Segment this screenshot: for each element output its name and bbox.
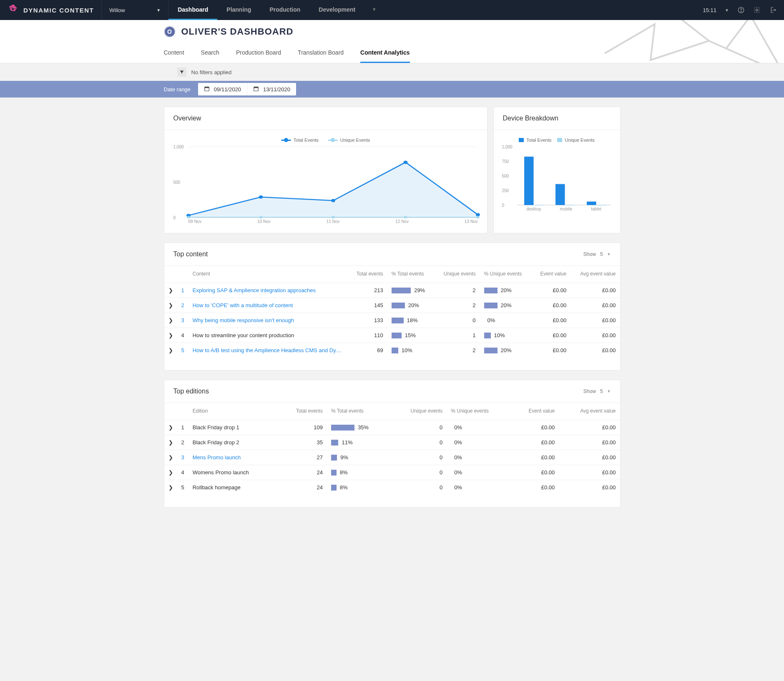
svg-point-19 [259,216,262,218]
column-header: Total events [278,403,327,420]
x-tick: 13 Nov [465,219,478,224]
logout-icon[interactable] [769,6,776,14]
avg-event-value: £0.00 [570,313,620,328]
date-to-input[interactable]: 13/11/2020 [247,83,296,95]
unique-events: 0 [435,313,480,328]
event-value: £0.00 [532,313,570,328]
top-editions-title: Top editions [173,388,209,395]
table-row: ❯3Why being mobile responsive isn't enou… [164,313,620,328]
row-name[interactable]: Exploring SAP & Amplience integration ap… [188,283,348,298]
event-value: £0.00 [511,480,559,495]
svg-rect-27 [565,205,575,205]
legend-label: Unique Events [565,138,595,143]
subtab-translation-board[interactable]: Translation Board [298,43,344,63]
table-row: ❯1Exploring SAP & Amplience integration … [164,283,620,298]
column-header: Content [188,266,348,283]
x-tick: 11 Nov [327,219,340,224]
device-breakdown-card: Device Breakdown Total Events Unique Eve… [493,107,621,233]
event-value: £0.00 [532,298,570,313]
row-index: 5 [177,343,188,358]
help-icon[interactable] [737,6,745,14]
top-content-table: ContentTotal events% Total eventsUnique … [164,266,620,358]
main-tab-development[interactable]: Development▼ [309,0,385,20]
legend-total-events[interactable]: Total Events [281,138,319,143]
legend-unique-events[interactable]: Unique Events [557,138,595,143]
pct-total: 15% [387,328,435,343]
unique-events: 2 [435,343,480,358]
row-expander[interactable]: ❯ [164,343,177,358]
svg-rect-26 [555,184,565,205]
row-expander[interactable]: ❯ [164,435,177,450]
column-header: % Unique events [447,403,511,420]
svg-point-20 [332,216,334,218]
unique-events: 0 [391,450,447,465]
subtabs: ContentSearchProduction BoardTranslation… [164,43,621,63]
device-chart: 1,000 750 500 250 0 [517,147,611,205]
event-value: £0.00 [511,450,559,465]
column-header: % Unique events [480,266,532,283]
overview-title: Overview [173,115,201,122]
table-row: ❯1Black Friday drop 110935%00%£0.00£0.00 [164,420,620,435]
row-index: 1 [177,283,188,298]
row-expander[interactable]: ❯ [164,328,177,343]
unique-events: 0 [391,420,447,435]
row-name[interactable]: Why being mobile responsive isn't enough [188,313,348,328]
pct-total: 10% [387,343,435,358]
subtab-content-analytics[interactable]: Content Analytics [360,43,410,63]
main-tabs: DashboardPlanningProductionDevelopment▼ [168,0,385,20]
overview-legend: Total Events Unique Events [173,136,478,145]
column-header: Total events [348,266,387,283]
row-expander[interactable]: ❯ [164,420,177,435]
hub-selector[interactable]: Willow ▼ [102,0,168,20]
avg-event-value: £0.00 [559,450,620,465]
column-header: % Total events [327,403,391,420]
chevron-down-icon[interactable]: ▼ [725,8,729,13]
chevron-down-icon: ▼ [607,252,611,256]
total-events: 27 [278,450,327,465]
row-index: 1 [177,420,188,435]
row-name[interactable]: How to A/B test using the Amplience Head… [188,343,348,358]
avg-event-value: £0.00 [570,343,620,358]
chevron-down-icon: ▼ [372,7,376,12]
row-expander[interactable]: ❯ [164,283,177,298]
legend-unique-events[interactable]: Unique Events [328,138,370,143]
main-tab-production[interactable]: Production [260,0,309,20]
filter-icon [179,70,184,75]
gear-icon[interactable] [753,6,761,14]
y-tick: 0 [173,215,176,220]
show-count-selector[interactable]: Show 5 ▼ [583,388,611,394]
date-range-bar: Date range 09/11/2020 13/11/2020 [0,81,784,98]
date-to-value: 13/11/2020 [263,86,290,93]
x-tick: mobile [560,207,572,211]
subtab-content[interactable]: Content [164,43,184,63]
subtab-production-board[interactable]: Production Board [236,43,281,63]
pct-unique: 0% [480,313,532,328]
filter-button[interactable] [177,68,186,77]
date-from-input[interactable]: 09/11/2020 [198,83,247,95]
unique-events: 0 [391,435,447,450]
subtab-search[interactable]: Search [201,43,219,63]
svg-point-16 [403,160,407,164]
pct-unique: 0% [447,420,511,435]
row-expander[interactable]: ❯ [164,298,177,313]
row-name[interactable]: Mens Promo launch [188,450,278,465]
avg-event-value: £0.00 [559,480,620,495]
main-tab-planning[interactable]: Planning [217,0,260,20]
svg-point-15 [331,199,335,202]
main-tab-dashboard[interactable]: Dashboard [168,0,217,20]
row-name[interactable]: How to 'COPE' with a multitude of conten… [188,298,348,313]
avatar-initial: O [167,28,172,35]
legend-total-events[interactable]: Total Events [519,138,551,143]
row-expander[interactable]: ❯ [164,465,177,480]
row-expander[interactable]: ❯ [164,450,177,465]
unique-events: 0 [391,465,447,480]
svg-point-1 [741,11,741,12]
pct-unique: 0% [447,450,511,465]
row-expander[interactable]: ❯ [164,480,177,495]
show-count-selector[interactable]: Show 5 ▼ [583,251,611,257]
hub-name: Willow [109,7,125,13]
row-expander[interactable]: ❯ [164,313,177,328]
pct-total: 8% [327,480,391,495]
overview-chart: 1,000 500 0 [188,147,478,218]
top-nav: DYNAMIC CONTENT Willow ▼ DashboardPlanni… [0,0,784,20]
